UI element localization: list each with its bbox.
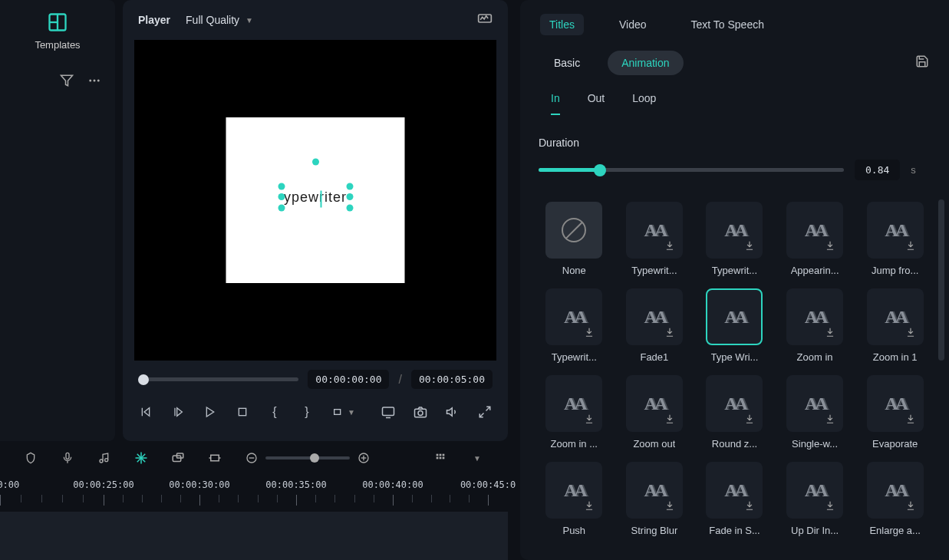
zoom-slider[interactable] [265,456,350,460]
anim-tab-in[interactable]: In [551,92,560,115]
duration-unit: s [911,164,920,176]
animation-item[interactable]: AAFade1 [619,288,690,363]
text-element[interactable]: ypewriter [284,189,347,205]
animation-item[interactable]: AAType Wri... [699,288,770,363]
aspect-dropdown[interactable]: ▼ [331,404,356,420]
animation-item[interactable]: AAPush [539,462,610,536]
total-time: 00:00:05:00 [411,370,493,389]
animation-item[interactable]: AATypewrit... [699,202,770,276]
step-back-button[interactable] [170,404,186,420]
performance-icon[interactable] [477,11,493,29]
animation-item[interactable]: AARound z... [699,375,770,450]
animation-name: None [562,265,586,276]
download-icon [905,240,919,254]
timeline-tracks[interactable] [0,512,508,560]
snap-button[interactable] [133,450,149,466]
subtab-basic[interactable]: Basic [540,51,594,75]
save-preset-icon[interactable] [915,54,929,72]
animation-item[interactable]: AAEnlarge a... [859,462,931,536]
track-options-button[interactable] [433,450,448,466]
tab-video[interactable]: Video [610,14,656,35]
timeline-ruler[interactable]: 0:20:0000:00:25:0000:00:30:0000:00:35:00… [0,479,508,498]
animation-item[interactable]: AAZoom out [619,375,690,450]
snapshot-button[interactable] [413,404,428,420]
mark-in-button[interactable]: { [267,404,282,420]
animation-name: Enlarge a... [869,525,921,536]
tab-text-to-speech[interactable]: Text To Speech [682,14,773,35]
mark-out-button[interactable]: } [299,404,315,420]
resize-handle[interactable] [278,193,285,200]
animation-item[interactable]: AAAppearin... [779,202,851,276]
preview-area[interactable]: ypewriter [134,40,496,361]
volume-button[interactable] [445,404,460,420]
resize-handle[interactable] [346,193,353,200]
animation-item[interactable]: AAUp Dir In... [779,462,851,536]
tab-titles[interactable]: Titles [540,14,584,35]
animation-item[interactable]: AATypewrit... [539,288,610,363]
anim-tab-loop[interactable]: Loop [632,92,656,115]
inspector-subtabs: BasicAnimation [520,44,949,81]
resize-handle[interactable] [346,204,353,211]
scrub-track[interactable] [138,377,298,381]
scrollbar[interactable] [938,199,944,361]
download-icon [905,413,919,427]
animation-name: String Blur [631,525,678,536]
duration-value[interactable]: 0.84 [855,160,900,180]
animation-thumb: AA [786,462,843,519]
voiceover-button[interactable] [60,450,75,466]
animation-item[interactable]: AASingle-w... [779,375,851,450]
subtab-animation[interactable]: Animation [608,51,683,75]
monitor-button[interactable] [381,404,396,420]
resize-handle[interactable] [278,204,285,211]
svg-line-21 [479,413,483,417]
download-icon [584,327,598,341]
templates-button[interactable]: Templates [19,12,96,51]
animation-item[interactable]: AATypewrit... [619,202,690,276]
anim-tab-out[interactable]: Out [588,92,605,115]
svg-rect-15 [383,407,394,416]
animation-thumb: AA [867,202,924,259]
play-button[interactable] [203,404,218,420]
link-button[interactable] [170,450,186,466]
animation-item[interactable]: None [539,202,610,276]
templates-label: Templates [19,39,96,51]
filter-icon[interactable] [60,74,74,91]
animation-grid: NoneAATypewrit...AATypewrit...AAAppearin… [520,194,949,544]
animation-item[interactable]: AAZoom in ... [539,375,610,450]
fit-button[interactable] [207,450,222,466]
animation-item[interactable]: AAZoom in 1 [859,288,931,363]
player-panel: Player Full Quality ▼ ypewriter 00:00:00… [123,0,508,441]
svg-marker-11 [177,408,183,417]
animation-item[interactable]: AAString Blur [619,462,690,536]
audio-button[interactable] [97,450,112,466]
zoom-thumb[interactable] [310,453,319,463]
text-cursor [321,190,322,207]
resize-handle[interactable] [278,183,285,189]
more-icon[interactable] [87,74,101,91]
download-icon [664,327,678,341]
stop-button[interactable] [235,404,250,420]
scrub-head[interactable] [138,374,149,385]
duration-slider[interactable] [539,168,844,172]
animation-item[interactable]: AAEvaporate [859,375,931,450]
animation-name: Zoom in 1 [873,351,918,363]
download-icon [664,500,678,514]
svg-rect-13 [239,408,245,415]
animation-thumb: AA [626,375,683,432]
track-options-chevron[interactable]: ▼ [470,450,485,466]
zoom-in-button[interactable] [356,450,371,466]
resize-handle[interactable] [312,158,319,165]
animation-item[interactable]: AAFade in S... [699,462,770,536]
svg-point-5 [94,80,96,82]
resize-handle[interactable] [346,183,353,189]
animation-item[interactable]: AAJump fro... [859,202,931,276]
fullscreen-button[interactable] [477,404,493,420]
slider-thumb[interactable] [594,164,606,176]
prev-frame-button[interactable] [138,404,153,420]
animation-item[interactable]: AAZoom in [779,288,851,363]
quality-dropdown[interactable]: Full Quality ▼ [186,14,253,26]
zoom-out-button[interactable] [244,450,259,466]
time-separator: / [398,373,401,387]
preview-canvas[interactable]: ypewriter [226,117,405,283]
marker-button[interactable] [23,450,38,466]
